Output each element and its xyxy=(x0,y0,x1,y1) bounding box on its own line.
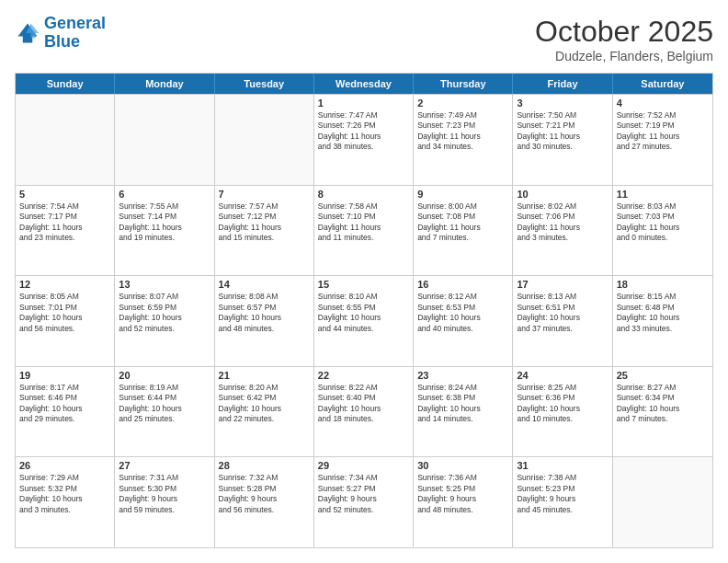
calendar-cell: 13Sunrise: 8:07 AM Sunset: 6:59 PM Dayli… xyxy=(115,276,214,366)
day-info: Sunrise: 8:07 AM Sunset: 6:59 PM Dayligh… xyxy=(119,292,210,334)
day-number: 29 xyxy=(318,460,409,471)
day-info: Sunrise: 8:00 AM Sunset: 7:08 PM Dayligh… xyxy=(417,201,508,244)
month-title: October 2025 xyxy=(535,15,713,49)
calendar-cell: 20Sunrise: 8:19 AM Sunset: 6:44 PM Dayli… xyxy=(115,367,214,457)
day-info: Sunrise: 8:27 AM Sunset: 6:34 PM Dayligh… xyxy=(617,383,709,425)
logo-line1: General xyxy=(44,14,106,32)
calendar-cell: 22Sunrise: 8:22 AM Sunset: 6:40 PM Dayli… xyxy=(314,367,414,457)
day-info: Sunrise: 8:19 AM Sunset: 6:44 PM Dayligh… xyxy=(119,383,210,425)
day-info: Sunrise: 8:20 AM Sunset: 6:42 PM Dayligh… xyxy=(219,383,310,425)
day-info: Sunrise: 8:17 AM Sunset: 6:46 PM Dayligh… xyxy=(19,383,110,425)
day-info: Sunrise: 7:55 AM Sunset: 7:14 PM Dayligh… xyxy=(119,201,210,244)
calendar-week: 26Sunrise: 7:29 AM Sunset: 5:32 PM Dayli… xyxy=(16,456,712,547)
calendar-cell: 3Sunrise: 7:50 AM Sunset: 7:21 PM Daylig… xyxy=(513,95,612,185)
day-of-week-header: Friday xyxy=(513,74,612,94)
calendar-cell: 10Sunrise: 8:02 AM Sunset: 7:06 PM Dayli… xyxy=(513,186,612,276)
day-number: 11 xyxy=(617,189,709,200)
day-info: Sunrise: 8:25 AM Sunset: 6:36 PM Dayligh… xyxy=(517,383,608,425)
calendar-cell: 23Sunrise: 8:24 AM Sunset: 6:38 PM Dayli… xyxy=(414,367,513,457)
day-number: 6 xyxy=(119,189,210,200)
day-info: Sunrise: 8:12 AM Sunset: 6:53 PM Dayligh… xyxy=(417,292,508,334)
day-number: 3 xyxy=(517,98,608,109)
day-number: 1 xyxy=(318,98,409,109)
calendar-cell: 7Sunrise: 7:57 AM Sunset: 7:12 PM Daylig… xyxy=(215,186,314,276)
day-of-week-header: Wednesday xyxy=(314,74,414,94)
day-number: 19 xyxy=(19,370,110,381)
day-info: Sunrise: 7:36 AM Sunset: 5:25 PM Dayligh… xyxy=(417,473,508,515)
day-number: 13 xyxy=(119,279,210,290)
day-number: 15 xyxy=(318,279,409,290)
calendar-cell: 28Sunrise: 7:32 AM Sunset: 5:28 PM Dayli… xyxy=(215,457,314,547)
calendar-cell: 1Sunrise: 7:47 AM Sunset: 7:26 PM Daylig… xyxy=(314,95,414,185)
day-number: 30 xyxy=(417,460,508,471)
calendar-cell: 27Sunrise: 7:31 AM Sunset: 5:30 PM Dayli… xyxy=(115,457,214,547)
calendar-cell: 21Sunrise: 8:20 AM Sunset: 6:42 PM Dayli… xyxy=(215,367,314,457)
calendar-cell: 2Sunrise: 7:49 AM Sunset: 7:23 PM Daylig… xyxy=(414,95,513,185)
calendar-cell: 26Sunrise: 7:29 AM Sunset: 5:32 PM Dayli… xyxy=(16,457,115,547)
day-number: 31 xyxy=(517,460,608,471)
day-number: 9 xyxy=(417,189,508,200)
title-block: October 2025 Dudzele, Flanders, Belgium xyxy=(535,15,713,63)
day-info: Sunrise: 8:13 AM Sunset: 6:51 PM Dayligh… xyxy=(517,292,608,334)
day-number: 8 xyxy=(318,189,409,200)
calendar-cell: 12Sunrise: 8:05 AM Sunset: 7:01 PM Dayli… xyxy=(16,276,115,366)
calendar-cell xyxy=(613,457,712,547)
day-of-week-header: Tuesday xyxy=(215,74,314,94)
calendar-cell xyxy=(16,95,115,185)
day-info: Sunrise: 7:34 AM Sunset: 5:27 PM Dayligh… xyxy=(318,473,409,515)
day-number: 23 xyxy=(417,370,508,381)
day-info: Sunrise: 7:47 AM Sunset: 7:26 PM Dayligh… xyxy=(318,110,409,153)
day-number: 17 xyxy=(517,279,608,290)
calendar-cell: 17Sunrise: 8:13 AM Sunset: 6:51 PM Dayli… xyxy=(513,276,612,366)
day-info: Sunrise: 8:08 AM Sunset: 6:57 PM Dayligh… xyxy=(219,292,310,334)
day-number: 22 xyxy=(318,370,409,381)
calendar-cell: 29Sunrise: 7:34 AM Sunset: 5:27 PM Dayli… xyxy=(314,457,414,547)
calendar-cell: 15Sunrise: 8:10 AM Sunset: 6:55 PM Dayli… xyxy=(314,276,414,366)
calendar-cell xyxy=(115,95,214,185)
logo-icon xyxy=(15,20,40,46)
day-of-week-header: Sunday xyxy=(16,74,115,94)
day-info: Sunrise: 8:22 AM Sunset: 6:40 PM Dayligh… xyxy=(318,383,409,425)
page: General Blue October 2025 Dudzele, Fland… xyxy=(0,0,728,563)
day-info: Sunrise: 7:50 AM Sunset: 7:21 PM Dayligh… xyxy=(517,110,608,153)
calendar-week: 12Sunrise: 8:05 AM Sunset: 7:01 PM Dayli… xyxy=(16,275,712,366)
day-number: 4 xyxy=(617,98,709,109)
day-of-week-header: Monday xyxy=(115,74,214,94)
day-number: 20 xyxy=(119,370,210,381)
day-info: Sunrise: 7:57 AM Sunset: 7:12 PM Dayligh… xyxy=(219,201,310,244)
day-number: 28 xyxy=(219,460,310,471)
calendar-cell: 11Sunrise: 8:03 AM Sunset: 7:03 PM Dayli… xyxy=(613,186,712,276)
calendar-cell: 24Sunrise: 8:25 AM Sunset: 6:36 PM Dayli… xyxy=(513,367,612,457)
day-info: Sunrise: 8:02 AM Sunset: 7:06 PM Dayligh… xyxy=(517,201,608,244)
calendar-cell: 8Sunrise: 7:58 AM Sunset: 7:10 PM Daylig… xyxy=(314,186,414,276)
day-number: 10 xyxy=(517,189,608,200)
day-number: 5 xyxy=(19,189,110,200)
day-number: 27 xyxy=(119,460,210,471)
calendar: SundayMondayTuesdayWednesdayThursdayFrid… xyxy=(15,73,713,548)
day-info: Sunrise: 7:29 AM Sunset: 5:32 PM Dayligh… xyxy=(19,473,110,515)
day-info: Sunrise: 8:15 AM Sunset: 6:48 PM Dayligh… xyxy=(617,292,709,334)
calendar-cell: 30Sunrise: 7:36 AM Sunset: 5:25 PM Dayli… xyxy=(414,457,513,547)
day-info: Sunrise: 7:58 AM Sunset: 7:10 PM Dayligh… xyxy=(318,201,409,244)
day-number: 18 xyxy=(617,279,709,290)
day-number: 26 xyxy=(19,460,110,471)
day-number: 16 xyxy=(417,279,508,290)
day-info: Sunrise: 8:10 AM Sunset: 6:55 PM Dayligh… xyxy=(318,292,409,334)
day-of-week-header: Saturday xyxy=(613,74,712,94)
day-number: 12 xyxy=(19,279,110,290)
day-info: Sunrise: 7:54 AM Sunset: 7:17 PM Dayligh… xyxy=(19,201,110,244)
day-number: 21 xyxy=(219,370,310,381)
day-info: Sunrise: 7:52 AM Sunset: 7:19 PM Dayligh… xyxy=(617,110,709,153)
calendar-week: 19Sunrise: 8:17 AM Sunset: 6:46 PM Dayli… xyxy=(16,366,712,457)
logo-text: General Blue xyxy=(44,15,106,52)
calendar-cell: 19Sunrise: 8:17 AM Sunset: 6:46 PM Dayli… xyxy=(16,367,115,457)
calendar-cell: 6Sunrise: 7:55 AM Sunset: 7:14 PM Daylig… xyxy=(115,186,214,276)
calendar-cell: 5Sunrise: 7:54 AM Sunset: 7:17 PM Daylig… xyxy=(16,186,115,276)
calendar-body: 1Sunrise: 7:47 AM Sunset: 7:26 PM Daylig… xyxy=(16,94,712,547)
day-info: Sunrise: 8:05 AM Sunset: 7:01 PM Dayligh… xyxy=(19,292,110,334)
calendar-cell: 4Sunrise: 7:52 AM Sunset: 7:19 PM Daylig… xyxy=(613,95,712,185)
calendar-cell: 9Sunrise: 8:00 AM Sunset: 7:08 PM Daylig… xyxy=(414,186,513,276)
calendar-header: SundayMondayTuesdayWednesdayThursdayFrid… xyxy=(16,74,712,94)
calendar-cell: 14Sunrise: 8:08 AM Sunset: 6:57 PM Dayli… xyxy=(215,276,314,366)
day-number: 2 xyxy=(417,98,508,109)
